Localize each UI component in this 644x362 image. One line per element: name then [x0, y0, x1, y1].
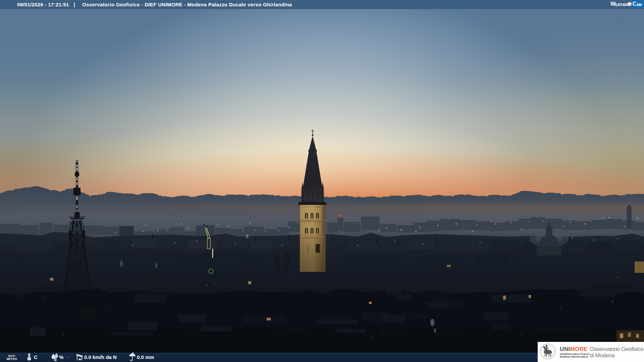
svg-text:--: --	[66, 355, 69, 360]
svg-text:di Modena: di Modena	[590, 352, 615, 359]
svg-text:Osservatorio Geofisico: Osservatorio Geofisico	[590, 346, 643, 352]
svg-text:UNIVERSITÀ DEGLI STUDI DI: UNIVERSITÀ DEGLI STUDI DI	[560, 353, 589, 355]
svg-text:C: C	[34, 354, 38, 360]
svg-text:MODENA E REGGIO EMILIA: MODENA E REGGIO EMILIA	[560, 356, 588, 358]
svg-text:UNIMORE: UNIMORE	[560, 346, 588, 352]
svg-text:0.0 mm: 0.0 mm	[137, 354, 154, 360]
svg-text:0.0 km/h da N: 0.0 km/h da N	[84, 354, 117, 360]
svg-text:%: %	[59, 354, 63, 360]
